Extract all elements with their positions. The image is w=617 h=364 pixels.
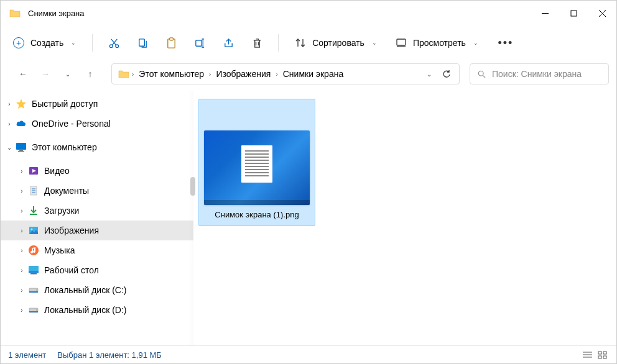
sidebar-item-4[interactable]: ›Документы: [1, 181, 193, 201]
refresh-button[interactable]: [438, 70, 455, 79]
search-box[interactable]: [470, 63, 609, 84]
expand-arrow-icon[interactable]: ›: [16, 207, 28, 214]
sort-button[interactable]: Сортировать ⌄: [287, 33, 384, 53]
ellipsis-icon: •••: [498, 37, 513, 50]
thumbnails-view-button[interactable]: [595, 348, 609, 361]
delete-button[interactable]: [244, 30, 269, 55]
address-bar[interactable]: › Этот компьютер › Изображения › Снимки …: [111, 63, 460, 84]
rename-button[interactable]: [187, 30, 212, 55]
sidebar-item-label: Изображения: [44, 225, 99, 235]
titlebar: Снимки экрана: [1, 1, 616, 25]
separator: [92, 34, 93, 52]
create-button[interactable]: + Создать ⌄: [6, 33, 83, 53]
sidebar-item-2[interactable]: ⌄Этот компьютер: [1, 137, 193, 157]
chevron-down-icon: ⌄: [71, 40, 76, 46]
copy-button[interactable]: [130, 30, 155, 55]
svg-rect-21: [18, 151, 24, 152]
create-label: Создать: [30, 38, 63, 48]
address-dropdown[interactable]: ⌄: [420, 71, 438, 78]
statusbar: 1 элемент Выбран 1 элемент: 1,91 МБ: [1, 346, 616, 363]
resize-handle[interactable]: [189, 106, 193, 267]
sidebar-item-10[interactable]: ›Локальный диск (D:): [1, 300, 193, 320]
search-input[interactable]: [492, 69, 601, 79]
picture-icon: [28, 225, 39, 236]
expand-arrow-icon[interactable]: ›: [16, 307, 28, 314]
sidebar-item-7[interactable]: ›Музыка: [1, 240, 193, 260]
toolbar: + Создать ⌄ Сортировать ⌄ Просмотреть ⌄ …: [1, 25, 616, 60]
share-button[interactable]: [216, 30, 241, 55]
svg-point-28: [31, 229, 33, 230]
svg-rect-34: [29, 291, 38, 293]
svg-point-35: [36, 289, 37, 291]
crumb-2[interactable]: Снимки экрана: [281, 69, 346, 79]
file-thumbnail: [204, 130, 310, 205]
recent-dropdown[interactable]: ⌄: [59, 65, 77, 83]
sidebar-item-8[interactable]: ›Рабочий стол: [1, 260, 193, 280]
onedrive-icon: [16, 118, 27, 129]
forward-button[interactable]: →: [37, 65, 54, 83]
doc-icon: [28, 185, 39, 196]
sidebar-item-3[interactable]: ›Видео: [1, 161, 193, 181]
maximize-button[interactable]: [559, 1, 588, 25]
svg-rect-1: [571, 11, 577, 16]
expand-arrow-icon[interactable]: ›: [3, 121, 16, 127]
main-view[interactable]: Снимок экрана (1).png: [193, 91, 616, 345]
window-title: Снимки экрана: [28, 9, 531, 18]
up-button[interactable]: ↑: [81, 65, 99, 83]
folder-icon: [118, 70, 129, 78]
crumb-sep: ›: [206, 71, 213, 78]
sidebar-item-label: Быстрый доступ: [32, 99, 98, 109]
svg-rect-42: [598, 352, 601, 354]
minimize-button[interactable]: [531, 1, 559, 25]
expand-arrow-icon[interactable]: ›: [16, 227, 28, 234]
svg-line-18: [483, 75, 485, 77]
sidebar-item-label: Локальный диск (D:): [44, 305, 127, 315]
plus-icon: +: [13, 37, 24, 48]
expand-arrow-icon[interactable]: ›: [3, 101, 16, 107]
crumb-sep: ›: [129, 71, 136, 78]
sidebar-item-label: Музыка: [44, 245, 75, 255]
content: ›Быстрый доступ›OneDrive - Personal⌄Этот…: [1, 91, 616, 346]
more-button[interactable]: •••: [493, 30, 518, 55]
crumb-1[interactable]: Изображения: [213, 69, 273, 79]
view-button[interactable]: Просмотреть ⌄: [388, 33, 486, 53]
sidebar-item-0[interactable]: ›Быстрый доступ: [1, 94, 193, 114]
view-icon: [396, 37, 407, 48]
star-icon: [16, 98, 27, 109]
window-controls: [531, 1, 616, 25]
chevron-down-icon: ⌄: [372, 40, 377, 46]
svg-rect-43: [603, 352, 606, 354]
separator: [278, 34, 279, 52]
sidebar-item-1[interactable]: ›OneDrive - Personal: [1, 114, 193, 134]
svg-point-29: [29, 245, 39, 255]
monitor-icon: [16, 142, 27, 153]
svg-rect-44: [598, 356, 601, 358]
sidebar-item-9[interactable]: ›Локальный диск (C:): [1, 280, 193, 300]
expand-arrow-icon[interactable]: ›: [16, 267, 28, 274]
sidebar[interactable]: ›Быстрый доступ›OneDrive - Personal⌄Этот…: [1, 91, 193, 345]
details-view-button[interactable]: [580, 348, 594, 361]
chevron-down-icon: ⌄: [473, 40, 478, 46]
file-item[interactable]: Снимок экрана (1).png: [198, 99, 315, 226]
video-icon: [28, 165, 39, 176]
svg-rect-19: [16, 143, 26, 150]
sidebar-item-6[interactable]: ›Изображения: [1, 221, 193, 240]
paste-button[interactable]: [159, 30, 183, 55]
expand-arrow-icon[interactable]: ›: [16, 287, 28, 294]
expand-arrow-icon[interactable]: ⌄: [3, 144, 16, 151]
svg-rect-8: [139, 39, 145, 45]
close-button[interactable]: [588, 1, 616, 25]
expand-arrow-icon[interactable]: ›: [16, 168, 28, 175]
cut-button[interactable]: [101, 30, 126, 55]
svg-rect-37: [29, 311, 38, 312]
expand-arrow-icon[interactable]: ›: [16, 247, 28, 254]
back-button[interactable]: ←: [14, 65, 32, 83]
sidebar-item-label: Рабочий стол: [44, 265, 99, 275]
sidebar-item-label: Видео: [44, 166, 70, 176]
svg-point-38: [36, 309, 37, 311]
sidebar-item-5[interactable]: ›Загрузки: [1, 201, 193, 221]
expand-arrow-icon[interactable]: ›: [16, 188, 28, 194]
status-selection: Выбран 1 элемент: 1,91 МБ: [57, 350, 162, 360]
crumb-0[interactable]: Этот компьютер: [136, 69, 206, 79]
navbar: ← → ⌄ ↑ › Этот компьютер › Изображения ›…: [1, 60, 616, 88]
